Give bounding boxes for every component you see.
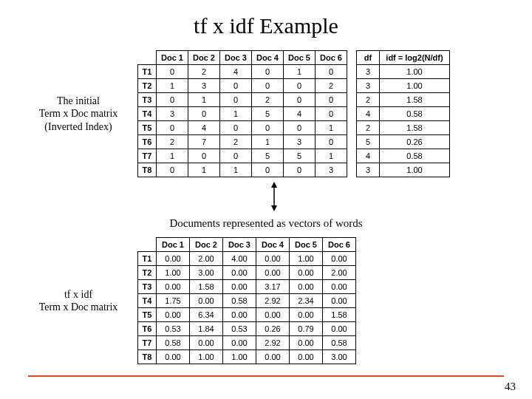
- row-label: T6: [138, 322, 157, 336]
- cell: 0.00: [256, 252, 290, 266]
- cell: 0: [157, 121, 188, 135]
- cell: 0.00: [223, 308, 256, 322]
- page-title: tf x idf Example: [19, 13, 513, 38]
- cell: 0.00: [323, 294, 356, 308]
- cell: 0.00: [223, 336, 256, 350]
- cell: 0.00: [157, 350, 190, 364]
- column-header: Doc 2: [190, 238, 223, 252]
- table-row: 40.58: [357, 149, 450, 163]
- cell: 0: [220, 121, 252, 135]
- cell: 1: [252, 135, 284, 149]
- cell: 5: [284, 149, 316, 163]
- cell: 2.92: [256, 336, 290, 350]
- cell: 0.00: [256, 308, 290, 322]
- row-label: T1: [138, 252, 157, 266]
- svg-marker-2: [271, 205, 277, 211]
- cell: 4.00: [223, 252, 256, 266]
- table-df-idf: dfidf = log2(N/df)31.0031.0021.5840.5821…: [356, 50, 450, 177]
- cell: 0: [252, 163, 284, 177]
- column-header: Doc 6: [323, 238, 356, 252]
- table-row: T50.006.340.000.000.001.58: [138, 308, 356, 322]
- column-header: Doc 3: [220, 51, 252, 65]
- cell: 0.00: [290, 308, 323, 322]
- caption-tfidf-matrix: tf x idfTerm x Doc matrix: [19, 288, 137, 314]
- row-label: T4: [138, 107, 157, 121]
- table-row: 31.00: [357, 79, 450, 93]
- cell: 6.34: [190, 308, 223, 322]
- cell: 0: [157, 163, 188, 177]
- table-row: T5040001: [138, 121, 347, 135]
- cell: 3.17: [256, 280, 290, 294]
- cell: 0.58: [380, 107, 450, 121]
- cell: 0.00: [323, 322, 356, 336]
- table-row: T30.001.580.003.170.000.00: [138, 280, 356, 294]
- cell: 0.00: [157, 280, 190, 294]
- cell: 1.75: [157, 294, 190, 308]
- cell: 1: [284, 65, 316, 79]
- slide: tf x idf Example The initialTerm x Doc m…: [0, 0, 532, 399]
- cell: 1.58: [323, 308, 356, 322]
- cell: 0.00: [290, 280, 323, 294]
- table-term-doc-initial: Doc 1Doc 2Doc 3Doc 4Doc 5Doc 6T1024010T2…: [137, 50, 347, 177]
- cell: 0: [316, 135, 347, 149]
- column-header: Doc 4: [252, 51, 284, 65]
- cell: 0: [220, 149, 252, 163]
- cell: 4: [357, 149, 380, 163]
- cell: 0.00: [223, 280, 256, 294]
- cell: 1: [220, 107, 252, 121]
- cell: 0.00: [290, 350, 323, 364]
- cell: 0: [316, 107, 347, 121]
- table-row: T10.002.004.000.001.000.00: [138, 252, 356, 266]
- cell: 0: [284, 163, 316, 177]
- column-header: Doc 1: [157, 51, 188, 65]
- row-label: T2: [138, 266, 157, 280]
- cell: 1: [220, 163, 252, 177]
- cell: 1: [188, 163, 220, 177]
- cell: 1: [188, 93, 220, 107]
- row-label: T7: [138, 336, 157, 350]
- cell: 3.00: [323, 350, 356, 364]
- footer-divider: [28, 375, 504, 377]
- table-row: T2130002: [138, 79, 347, 93]
- cell: 1.00: [290, 252, 323, 266]
- page-number: 43: [505, 381, 516, 393]
- cell: 7: [188, 135, 220, 149]
- column-header: Doc 4: [256, 238, 290, 252]
- cell: 0: [284, 121, 316, 135]
- cell: 2.00: [323, 266, 356, 280]
- table-row: T41.750.000.582.922.340.00: [138, 294, 356, 308]
- cell: 1.00: [223, 350, 256, 364]
- cell: 0.79: [290, 322, 323, 336]
- table-row: T1024010: [138, 65, 347, 79]
- row-label: T8: [138, 350, 157, 364]
- cell: 3: [357, 163, 380, 177]
- cell: 0.00: [157, 308, 190, 322]
- cell: 1.58: [380, 93, 450, 107]
- cell: 2.00: [190, 252, 223, 266]
- cell: 0.00: [290, 336, 323, 350]
- cell: 0.58: [323, 336, 356, 350]
- table-row: 21.58: [357, 93, 450, 107]
- cell: 2: [316, 79, 347, 93]
- row-label: T2: [138, 79, 157, 93]
- row-label: T6: [138, 135, 157, 149]
- cell: 0.00: [190, 294, 223, 308]
- cell: 0.53: [223, 322, 256, 336]
- cell: 2: [357, 93, 380, 107]
- cell: 3: [157, 107, 188, 121]
- cell: 0.00: [290, 266, 323, 280]
- cell: 3.00: [190, 266, 223, 280]
- cell: 0: [188, 107, 220, 121]
- row-label: T8: [138, 163, 157, 177]
- cell: 0.53: [157, 322, 190, 336]
- cell: 3: [357, 79, 380, 93]
- cell: 4: [188, 121, 220, 135]
- column-header: Doc 5: [290, 238, 323, 252]
- cell: 2: [252, 93, 284, 107]
- table-row: T70.580.000.002.920.000.58: [138, 336, 356, 350]
- cell: 0.00: [256, 266, 290, 280]
- column-header: df: [357, 51, 380, 65]
- svg-marker-1: [271, 182, 277, 188]
- cell: 0: [220, 79, 252, 93]
- table-row: T4301540: [138, 107, 347, 121]
